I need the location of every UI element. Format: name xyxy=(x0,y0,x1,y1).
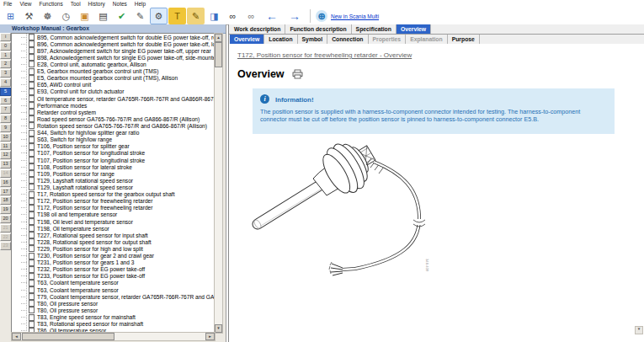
tree-item[interactable]: B98, Acknowledgement switch for single E… xyxy=(12,54,215,61)
chapter-button-18[interactable]: 18 xyxy=(0,196,11,205)
tree-item[interactable]: T129, Layshaft rotational speed sensor xyxy=(12,177,215,184)
document-edit-icon[interactable]: ✎ xyxy=(187,8,205,24)
new-in-scania-multi-link[interactable]: New in Scania Multi xyxy=(331,13,379,19)
package-icon[interactable]: ▣ xyxy=(76,8,93,24)
tree-item[interactable]: S63, Switch for high/low range xyxy=(12,136,215,143)
tree-item[interactable]: T172, Position sensor for freewheeling r… xyxy=(12,198,215,205)
chapter-button-16[interactable]: 16 xyxy=(0,179,11,187)
document-title-link[interactable]: T172, Position sensor for freewheeling r… xyxy=(237,51,412,59)
edit-page-icon[interactable]: ✎ xyxy=(131,8,149,24)
tab-function-description[interactable]: Function description xyxy=(285,24,351,34)
scroll-thumb[interactable] xyxy=(22,333,114,340)
subtab-overview[interactable]: Overview xyxy=(230,35,264,44)
content-scroll-down-button[interactable]: ▼ xyxy=(635,326,643,334)
tree-vertical-scrollbar[interactable]: ▲ ▼ xyxy=(214,33,223,334)
forward-icon[interactable]: → xyxy=(284,8,306,24)
search-binoculars-icon[interactable]: ∞ xyxy=(224,8,242,24)
tree-item[interactable]: Oil temperature sensor, retarder GA765R-… xyxy=(12,95,215,102)
clock-icon[interactable]: ◷ xyxy=(57,8,75,24)
subtab-purpose[interactable]: Purpose xyxy=(448,35,480,44)
menu-file[interactable]: File xyxy=(3,1,12,7)
tree-item[interactable]: T233, Position sensor for EG power take-… xyxy=(12,273,215,280)
chapter-button-17[interactable]: 17 xyxy=(0,188,11,196)
scroll-down-button[interactable]: ▼ xyxy=(215,324,222,333)
scroll-left-button[interactable]: ◄ xyxy=(12,333,21,340)
tab-overview[interactable]: Overview xyxy=(397,24,431,34)
tree-item[interactable]: E28, Control unit, automatic gearbox, Al… xyxy=(12,61,215,67)
tree-item[interactable]: E5, Gearbox mounted gearbox control unit… xyxy=(12,68,215,75)
tree-item[interactable]: T232, Position sensor for EG power take-… xyxy=(12,266,215,273)
scroll-right-button[interactable]: ► xyxy=(205,333,215,340)
chapter-button-1[interactable]: 1 xyxy=(0,51,11,60)
tree-item[interactable]: T230, Position sensor for gear 2 and cra… xyxy=(12,253,215,259)
chapter-button-13[interactable]: 13 xyxy=(0,160,11,168)
tree-item[interactable]: Road speed sensor GA765-766-767/R and GA… xyxy=(12,115,215,122)
tab-work-description[interactable]: Work description xyxy=(230,24,285,34)
tree-item[interactable]: B97, Acknowledgement switch for single E… xyxy=(12,47,215,54)
search-again-icon[interactable]: ∞ xyxy=(242,8,260,24)
chapter-button-2[interactable]: 2 xyxy=(0,60,11,68)
tree-item[interactable]: Performance modes xyxy=(12,102,215,109)
tree-horizontal-scrollbar[interactable]: ◄ ► xyxy=(11,332,216,341)
chapter-button-10[interactable]: 10 xyxy=(0,133,11,142)
tree-item[interactable]: T80, Oil pressure sensor xyxy=(12,307,215,313)
book-icon[interactable]: ▤ xyxy=(94,8,112,24)
tree-item[interactable]: T198, Oil temperature sensor xyxy=(12,225,215,232)
print-icon[interactable] xyxy=(292,69,303,79)
chapter-button-9[interactable]: 9 xyxy=(0,124,11,132)
tree-item[interactable]: T80, Oil pressure sensor xyxy=(12,300,215,307)
tree-item[interactable]: T198, Oil level and temperature sensor xyxy=(12,218,215,225)
tree-item[interactable]: T227, Rotational speed sensor for input … xyxy=(12,232,215,238)
chapter-button-i[interactable]: i xyxy=(0,33,11,41)
tree-item[interactable]: B95, Common acknowledgement switch for d… xyxy=(12,34,215,40)
tree-item[interactable]: E65, AWD control unit xyxy=(12,82,215,88)
chapter-button-3[interactable]: 3 xyxy=(0,69,11,77)
tree-item[interactable]: E5, Gearbox mounted gearbox control unit… xyxy=(12,75,215,82)
tree-item[interactable]: T63, Coolant temperature sensor xyxy=(12,280,215,286)
tree-item[interactable]: T109, Position sensor for range xyxy=(12,170,215,177)
chapter-button-6[interactable]: 6 xyxy=(0,97,11,105)
tree-item[interactable]: T83, Rotational speed sensor for mainsha… xyxy=(12,321,215,328)
tree-item[interactable]: T198 oil and temperature sensor xyxy=(12,211,215,218)
menu-view[interactable]: View xyxy=(19,1,31,7)
book-approved-icon[interactable]: ✔ xyxy=(113,8,130,24)
tree-item[interactable]: T107, Position sensor for longitudinal s… xyxy=(12,150,215,157)
service-person-icon[interactable]: ☸ xyxy=(39,8,56,24)
menu-functions[interactable]: Functions xyxy=(39,1,62,7)
tree-item[interactable]: T108, Position sensor for lateral stroke xyxy=(12,163,215,170)
tree-item[interactable]: S44, Switch for high/low splitter gear r… xyxy=(12,130,215,136)
tree-item[interactable]: T129, Layshaft rotational speed sensor xyxy=(12,184,215,190)
tree-item[interactable]: B96, Common acknowledgement switch for d… xyxy=(12,40,215,47)
chapter-button-19[interactable]: 19 xyxy=(0,206,11,214)
tree-item[interactable]: T172, Position sensor for freewheeling r… xyxy=(12,205,215,211)
subtab-connection[interactable]: Connection xyxy=(327,35,368,44)
mechanic-icon[interactable]: ⚒ xyxy=(20,8,38,24)
menu-tool[interactable]: Tool xyxy=(71,1,81,7)
menu-help[interactable]: Help xyxy=(135,1,146,7)
subtab-location[interactable]: Location xyxy=(264,35,297,44)
subtab-symbol[interactable]: Symbol xyxy=(298,35,328,44)
chapter-button-12[interactable]: 12 xyxy=(0,151,11,159)
chapter-button-0[interactable]: 0 xyxy=(0,42,11,51)
chapter-button-7[interactable]: 7 xyxy=(0,105,11,114)
chapter-button-20[interactable]: 20 xyxy=(0,215,11,223)
chapter-button-4[interactable]: 4 xyxy=(0,78,11,87)
tab-specification[interactable]: Specification xyxy=(352,24,397,34)
chapter-button-5[interactable]: 5 xyxy=(0,88,11,96)
tree-item[interactable]: T17, Rotation speed sensor for the gearb… xyxy=(12,191,215,198)
back-icon[interactable]: ← xyxy=(261,8,283,24)
scroll-thumb[interactable] xyxy=(215,42,222,67)
scroll-up-button[interactable]: ▲ xyxy=(215,34,222,42)
chapter-button-8[interactable]: 8 xyxy=(0,115,11,123)
tree-item[interactable]: Retarder control system xyxy=(12,109,215,115)
tree-item[interactable]: T107, Position sensor for longitudinal s… xyxy=(12,157,215,163)
tree-item[interactable]: Rotation speed sensor GA765-766-767/R an… xyxy=(12,122,215,129)
tree-item[interactable]: T79, Coolant temperature sensor, retarde… xyxy=(12,293,215,300)
fluid-level-icon[interactable]: ◨ xyxy=(205,8,223,24)
menu-notes[interactable]: Notes xyxy=(113,1,127,7)
chapter-button-11[interactable]: 11 xyxy=(0,142,11,151)
tree-item[interactable]: T228, Rotational speed sensor for output… xyxy=(12,238,215,245)
tree-item[interactable]: T229, Position sensor for high and low s… xyxy=(12,245,215,252)
text-document-icon[interactable]: T xyxy=(168,8,186,24)
wrench-icon[interactable]: ⚙ xyxy=(150,8,168,24)
